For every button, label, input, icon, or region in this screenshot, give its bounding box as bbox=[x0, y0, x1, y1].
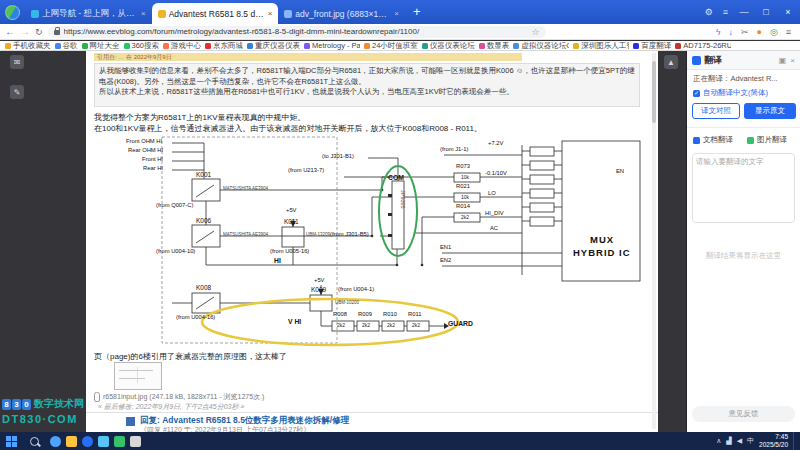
taskbar-clock[interactable]: 7:45 2025/5/20 bbox=[759, 433, 788, 449]
system-tray: ∧ ▟ ◀ 中 7:45 2025/5/20 bbox=[716, 432, 800, 450]
schematic-label: Front HI bbox=[142, 157, 163, 163]
tab-close-icon[interactable]: × bbox=[141, 9, 146, 18]
window-close-button[interactable]: × bbox=[778, 0, 798, 24]
bookmark-label: 24小时值班室 bbox=[372, 41, 418, 51]
url-text: https://www.eevblog.com/forum/metrology/… bbox=[64, 27, 528, 36]
forward-button[interactable]: → bbox=[20, 25, 30, 39]
bookmark-item[interactable]: 数显表 bbox=[479, 41, 510, 51]
auto-translate-checkbox[interactable]: ✓ bbox=[693, 90, 700, 97]
bookmark-item[interactable]: 百度翻译 bbox=[633, 41, 671, 51]
schematic-label: R014 bbox=[456, 204, 470, 210]
tab-close-icon[interactable]: × bbox=[394, 9, 399, 18]
bookmark-label: 游戏中心 bbox=[171, 41, 201, 51]
doc-translate-feature[interactable]: 文档翻译 bbox=[693, 135, 733, 145]
navbar-tool-icon[interactable]: ● bbox=[756, 27, 761, 37]
bookmark-star-icon[interactable]: ☆ bbox=[531, 27, 539, 37]
schematic-image[interactable]: Front OHM HIRear OHM HIFront HIRear HIK0… bbox=[92, 135, 644, 347]
schematic-label: EN2 bbox=[440, 258, 451, 264]
schematic-label: R008 bbox=[333, 312, 347, 318]
tab-favicon-icon bbox=[31, 10, 39, 18]
post-icon bbox=[126, 417, 135, 426]
tab-close-icon[interactable]: × bbox=[268, 9, 273, 18]
post-divider bbox=[86, 412, 658, 413]
window-minimize-button[interactable]: — bbox=[734, 0, 754, 24]
bookmark-item[interactable]: AD7175-26RUZ... bbox=[675, 41, 731, 50]
bookmark-item[interactable]: 仪器仪表论坛 bbox=[422, 41, 475, 51]
attachment-thumbnail[interactable] bbox=[114, 362, 162, 390]
taskbar-search-icon[interactable] bbox=[30, 437, 39, 446]
taskbar-app-icon[interactable] bbox=[98, 436, 109, 447]
network-icon[interactable]: ▟ bbox=[726, 437, 731, 445]
ime-indicator[interactable]: 中 bbox=[747, 436, 754, 446]
clock-date: 2025/5/20 bbox=[759, 441, 788, 449]
taskbar-app-icon[interactable] bbox=[114, 436, 125, 447]
bookmark-item[interactable]: 手机收藏夹 bbox=[5, 41, 51, 51]
panel-divider bbox=[687, 127, 800, 128]
browser-titlebar: 上网导航 - 想上网，从这里开始 × Advantest R6581 8.5 d… bbox=[0, 0, 800, 24]
clock-time: 7:45 bbox=[759, 433, 788, 441]
navbar-tool-icon[interactable]: ↓ bbox=[728, 27, 733, 37]
taskbar-app-icon[interactable] bbox=[130, 436, 141, 447]
address-bar[interactable]: https://www.eevblog.com/forum/metrology/… bbox=[48, 26, 546, 38]
schematic-label: 2k2 bbox=[337, 323, 345, 328]
bookmark-item[interactable]: 京东商城 bbox=[205, 41, 243, 51]
schematic-label: MUX bbox=[590, 235, 614, 245]
back-button[interactable]: ← bbox=[5, 25, 15, 39]
mail-float-icon[interactable]: ✉ bbox=[10, 55, 24, 69]
compare-translation-button[interactable]: 译文对照 bbox=[692, 103, 740, 119]
bookmark-item[interactable]: 360搜索 bbox=[124, 41, 160, 51]
new-tab-button[interactable]: + bbox=[413, 0, 421, 24]
titlebar-settings-icon[interactable]: ⚙ bbox=[705, 7, 713, 17]
bookmark-item[interactable]: Metrology - Pag... bbox=[304, 41, 360, 50]
pin-panel-icon[interactable]: ▣ bbox=[779, 56, 787, 65]
bookmark-item[interactable]: 游戏中心 bbox=[163, 41, 201, 51]
bookmark-item[interactable]: 网址大全 bbox=[82, 41, 120, 51]
page-scrollbar[interactable] bbox=[652, 53, 656, 429]
bookmark-label: 仪器仪表论坛 bbox=[430, 41, 475, 51]
quote-text-line: 从我能够收集到的信息来看，差别不会太多了，R6581T输入端DC部分与R6581… bbox=[99, 66, 635, 87]
image-translate-feature[interactable]: 图片翻译 bbox=[747, 135, 787, 145]
bookmark-item[interactable]: 虚拟仪器论坛Conte... bbox=[513, 41, 569, 51]
feedback-button[interactable]: 意见反馈 bbox=[692, 406, 795, 422]
refresh-button[interactable]: ↻ bbox=[35, 25, 43, 39]
navbar-tool-icon[interactable]: ϟ bbox=[716, 27, 721, 37]
browser-tab[interactable]: 上网导航 - 想上网，从这里开始 × bbox=[25, 3, 152, 24]
auto-translate-row[interactable]: ✓ 自动翻译中文(简体) bbox=[693, 88, 768, 98]
bookmark-item[interactable]: 24小时值班室 bbox=[364, 41, 418, 51]
schematic-label-layer: Front OHM HIRear OHM HIFront HIRear HIK0… bbox=[92, 135, 644, 347]
translate-panel: 翻译 ▣ × 正在翻译：Advantest R... ✓ 自动翻译中文(简体) … bbox=[686, 51, 800, 432]
schematic-label: HI bbox=[274, 258, 281, 265]
navbar-tool-icon[interactable]: ✂ bbox=[741, 27, 749, 37]
bookmark-item[interactable]: 深圳图乐人工智能 bbox=[573, 41, 629, 51]
post-paragraph: 在100和1KV量程上，信号通过衰减器进入。由于该衰减器的对地开关断开后，放大位… bbox=[94, 123, 642, 134]
titlebar-menu-icon[interactable]: ≡ bbox=[723, 7, 728, 17]
attachment-info[interactable]: r6581input.jpg (247.18 kB, 1828x711 - 浏览… bbox=[94, 392, 264, 402]
navbar-tool-icon[interactable]: ◎ bbox=[770, 27, 778, 37]
browser-tab[interactable]: adv_front.jpg (6883×1839) × bbox=[278, 3, 405, 24]
navbar-tool-icon[interactable]: ≡ bbox=[786, 27, 791, 37]
browser-logo-icon[interactable] bbox=[5, 5, 20, 20]
schematic-label: MATSUSHITA AE3904 bbox=[223, 233, 268, 238]
taskbar-app-icon[interactable] bbox=[66, 436, 77, 447]
edit-float-icon[interactable]: ✎ bbox=[10, 85, 24, 99]
quote-text-line: 所以从技术上来说，R6581T这些措施用在R6581中也可行1KV，也就是说我个… bbox=[99, 87, 635, 98]
schematic-label: K006 bbox=[196, 218, 211, 225]
translate-input[interactable]: 请输入要翻译的文字 bbox=[692, 153, 795, 223]
schematic-label: LO bbox=[488, 191, 496, 197]
taskbar-app-icon[interactable] bbox=[82, 436, 93, 447]
bookmark-favicon-icon bbox=[422, 43, 428, 49]
tray-expand-icon[interactable]: ∧ bbox=[716, 437, 721, 445]
bookmark-item[interactable]: 谷歌 bbox=[55, 41, 78, 51]
schematic-label: Front OHM HI bbox=[126, 139, 162, 145]
close-panel-icon[interactable]: × bbox=[790, 56, 795, 65]
browser-tab[interactable]: Advantest R6581 8.5 digit... × bbox=[152, 3, 279, 24]
show-desktop-button[interactable] bbox=[793, 432, 797, 450]
scroll-top-icon[interactable]: ▲ bbox=[664, 55, 678, 69]
volume-icon[interactable]: ◀ bbox=[737, 437, 742, 445]
bookmark-item[interactable]: 重庆仪器仪表 bbox=[247, 41, 300, 51]
taskbar-app-icon[interactable] bbox=[50, 436, 61, 447]
show-original-button[interactable]: 显示原文 bbox=[744, 103, 796, 119]
start-button[interactable] bbox=[6, 436, 17, 447]
bookmark-label: 京东商城 bbox=[213, 41, 243, 51]
window-maximize-button[interactable]: □ bbox=[756, 0, 776, 24]
